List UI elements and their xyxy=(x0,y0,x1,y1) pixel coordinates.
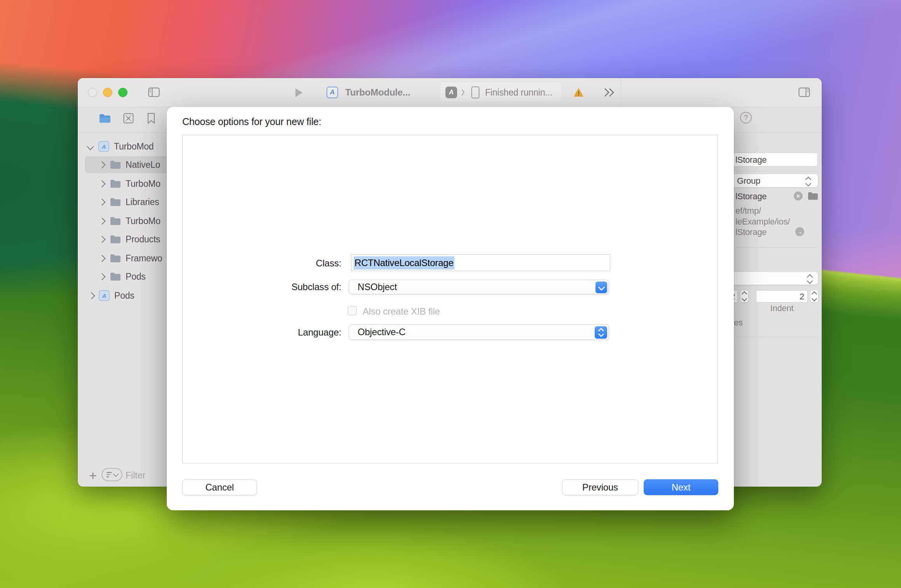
chevron-right-icon[interactable] xyxy=(98,217,105,224)
inspector-location-value: Group xyxy=(737,176,760,186)
tree-row-label: Libraries xyxy=(126,197,159,207)
inspector-divider xyxy=(735,171,818,171)
tree-row-label: TurboMo xyxy=(126,216,161,226)
chevron-down-icon xyxy=(598,284,605,291)
popup-updown-icon xyxy=(808,275,812,283)
filter-options-button[interactable] xyxy=(101,468,122,481)
tree-row-folder[interactable]: Pods xyxy=(100,268,146,285)
tree-row-label: Pods xyxy=(126,271,146,282)
project-file-icon: A xyxy=(98,141,109,152)
folder-icon xyxy=(110,254,121,263)
inspector-path-line: lStorage xyxy=(735,227,767,237)
inspector-file-name: lStorage xyxy=(735,191,767,202)
tree-row-label: Pods xyxy=(114,291,134,301)
tree-row-label: NativeLo xyxy=(126,160,160,170)
choose-folder-icon[interactable] xyxy=(808,192,818,200)
tree-row-project[interactable]: A TurboMod xyxy=(88,138,154,155)
toolbar: A TurboModule... A Finished runnin... xyxy=(78,78,822,107)
toolbar-project-title[interactable]: TurboModule... xyxy=(345,78,410,107)
tree-row-label: TurboMo xyxy=(126,179,161,189)
activity-status-text: Finished runnin... xyxy=(485,78,552,107)
project-app-icon[interactable]: A xyxy=(327,87,338,98)
dialog-title: Choose options for your new file: xyxy=(182,116,321,127)
chevron-right-icon[interactable] xyxy=(98,255,105,262)
warning-badge-icon[interactable] xyxy=(574,88,583,97)
project-navigator-tab-icon[interactable] xyxy=(99,114,111,123)
folder-icon xyxy=(110,160,121,169)
cancel-button[interactable]: Cancel xyxy=(182,479,257,495)
chevron-right-icon[interactable] xyxy=(98,161,105,168)
chevron-right-icon[interactable] xyxy=(98,198,105,205)
class-input[interactable]: RCTNativeLocalStorage xyxy=(351,254,610,271)
tree-row-project[interactable]: A Pods xyxy=(89,287,134,304)
folder-icon xyxy=(110,217,121,225)
popup-updown-icon xyxy=(806,177,810,186)
inspector-path-line: leExample/ios/ xyxy=(735,217,790,227)
tree-row-folder[interactable]: TurboMo xyxy=(100,212,161,230)
toolbar-divider xyxy=(621,78,621,107)
stepper-control[interactable] xyxy=(810,290,819,303)
popup-updown-button[interactable] xyxy=(595,326,607,339)
dialog-content-box xyxy=(182,135,718,463)
tree-row-folder[interactable]: TurboMo xyxy=(100,175,161,192)
zoom-window-button[interactable] xyxy=(118,88,127,97)
inspector-path-line: ef/tmp/ xyxy=(735,206,761,216)
tree-row-folder[interactable]: Framewo xyxy=(100,250,162,267)
clear-file-icon[interactable]: × xyxy=(794,191,803,200)
close-window-button[interactable] xyxy=(88,88,97,97)
toggle-inspector-icon[interactable] xyxy=(798,87,810,97)
chevron-right-icon[interactable] xyxy=(98,180,105,187)
tree-row-label: Products xyxy=(126,234,160,245)
subclass-combobox[interactable]: NSObject xyxy=(349,280,609,294)
chevron-right-icon[interactable] xyxy=(98,273,105,280)
folder-icon xyxy=(110,179,121,188)
tree-row-folder[interactable]: Products xyxy=(100,231,160,248)
stepper-control[interactable] xyxy=(740,290,749,303)
tree-row-label: Framewo xyxy=(126,253,162,264)
filter-input[interactable]: Filter xyxy=(126,466,145,485)
chevron-right-icon[interactable] xyxy=(88,292,95,299)
bookmark-navigator-tab-icon[interactable] xyxy=(147,113,155,124)
previous-button[interactable]: Previous xyxy=(562,479,638,495)
next-button[interactable]: Next xyxy=(644,479,718,495)
device-phone-icon[interactable] xyxy=(471,86,480,99)
x-square-navigator-tab-icon[interactable] xyxy=(123,113,134,124)
folder-icon xyxy=(110,198,121,206)
xib-checkbox[interactable] xyxy=(347,306,357,315)
toolbar-overflow-chevrons-icon[interactable] xyxy=(603,87,616,97)
language-value: Objective-C xyxy=(358,327,405,337)
project-file-icon: A xyxy=(99,290,110,301)
scheme-app-icon[interactable]: A xyxy=(445,87,457,98)
add-button[interactable]: + xyxy=(86,466,100,485)
filter-lines-icon xyxy=(107,472,112,477)
language-label: Language: xyxy=(244,327,341,338)
folder-icon xyxy=(110,272,121,281)
toggle-navigator-icon[interactable] xyxy=(148,87,160,97)
chevron-down-icon xyxy=(598,331,604,337)
combobox-dropdown-button[interactable] xyxy=(595,282,607,293)
folder-icon xyxy=(110,235,121,244)
new-file-options-dialog: Choose options for your new file: Class:… xyxy=(167,107,734,510)
xib-checkbox-label: Also create XIB file xyxy=(363,306,440,317)
tree-row-folder[interactable]: NativeLo xyxy=(100,156,160,173)
indent-label: Indent xyxy=(756,303,808,313)
chevron-down-icon xyxy=(113,471,118,477)
help-button[interactable]: ? xyxy=(740,112,752,124)
chevron-down-icon[interactable] xyxy=(87,143,94,150)
language-popup[interactable]: Objective-C xyxy=(349,324,609,340)
breadcrumb-chevron-icon xyxy=(461,89,465,96)
chevron-right-icon[interactable] xyxy=(98,236,105,243)
tab-width-field[interactable]: 2 xyxy=(756,290,808,303)
run-button-icon[interactable] xyxy=(295,88,303,97)
tree-row-folder[interactable]: Libraries xyxy=(100,193,159,210)
minimize-window-button[interactable] xyxy=(103,88,112,97)
class-label: Class: xyxy=(244,258,341,269)
tree-row-label: TurboMod xyxy=(114,141,154,152)
desktop: A TurboModule... A Finished runnin... xyxy=(0,0,901,588)
inspector-name-value: lStorage xyxy=(735,155,767,165)
open-path-arrow-icon[interactable]: → xyxy=(795,227,804,236)
inspector-divider xyxy=(735,247,818,248)
subclass-value: NSObject xyxy=(358,282,397,292)
wrap-lines-fragment: es xyxy=(734,318,743,328)
class-input-selected-text: RCTNativeLocalStorage xyxy=(354,256,454,270)
